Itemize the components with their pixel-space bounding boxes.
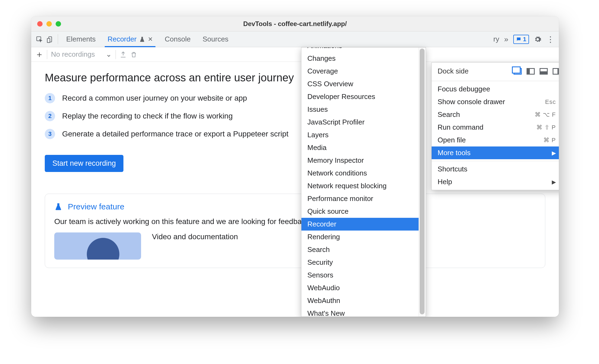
- devtools-toolbar: Elements Recorder ✕ Console Sources ry »…: [31, 31, 559, 47]
- menu-separator: [432, 81, 559, 81]
- menu-label: Shortcuts: [438, 165, 467, 173]
- menu-run-command[interactable]: Run command⌘ ⇧ P: [432, 121, 559, 134]
- menu-help[interactable]: Help▶: [432, 175, 559, 188]
- more-tools-item[interactable]: CSS Overview: [301, 78, 426, 90]
- dock-side-row: Dock side: [432, 63, 559, 79]
- more-tools-item[interactable]: Coverage: [301, 65, 426, 78]
- more-tabs-icon[interactable]: »: [504, 35, 508, 44]
- more-tools-item[interactable]: JavaScript Profiler: [301, 116, 426, 129]
- menu-label: Help: [438, 178, 452, 186]
- menu-label: Open file: [438, 136, 466, 144]
- more-tools-item[interactable]: Sensors: [301, 269, 426, 282]
- separator: [116, 50, 116, 59]
- device-toggle-icon[interactable]: [45, 31, 56, 47]
- menu-shortcuts[interactable]: Shortcuts: [432, 163, 559, 175]
- menu-show-console-drawer[interactable]: Show console drawerEsc: [432, 95, 559, 108]
- tab-elements[interactable]: Elements: [60, 31, 101, 47]
- tab-label: Sources: [203, 35, 228, 43]
- devtools-window: DevTools - coffee-cart.netlify.app/ Elem…: [31, 16, 559, 317]
- recordings-dropdown[interactable]: No recordings ⌄: [51, 50, 112, 59]
- menu-label: Developer Resources: [307, 92, 375, 101]
- menu-focus-debuggee[interactable]: Focus debuggee: [432, 83, 559, 95]
- main-menu: Dock side Focus debuggee Show console dr…: [431, 62, 559, 190]
- toolbar-right: ry » 1 ⋮: [493, 31, 559, 47]
- step-text: Record a common user journey on your web…: [62, 94, 247, 103]
- export-icon[interactable]: [120, 51, 127, 58]
- more-tools-item[interactable]: Performance monitor: [301, 192, 426, 205]
- more-tools-item[interactable]: Developer Resources: [301, 90, 426, 103]
- menu-label: Sensors: [307, 271, 333, 279]
- close-tab-icon[interactable]: ✕: [148, 36, 153, 43]
- submenu-arrow-icon: ▶: [552, 150, 556, 156]
- tab-sources[interactable]: Sources: [197, 31, 234, 47]
- delete-icon[interactable]: [130, 51, 137, 58]
- submenu-scrollbar-thumb[interactable]: [420, 49, 425, 314]
- zoom-window-button[interactable]: [56, 21, 61, 27]
- more-tools-item[interactable]: What's New: [301, 307, 426, 317]
- minimize-window-button[interactable]: [46, 21, 52, 27]
- dock-right-icon[interactable]: [553, 68, 559, 75]
- new-recording-icon[interactable]: ＋: [35, 49, 43, 60]
- titlebar: DevTools - coffee-cart.netlify.app/: [31, 16, 559, 31]
- more-tools-item[interactable]: Memory Inspector: [301, 154, 426, 167]
- tab-label: Elements: [66, 35, 95, 43]
- menu-open-file[interactable]: Open file⌘ P: [432, 134, 559, 146]
- svg-rect-2: [47, 38, 50, 42]
- more-tools-item[interactable]: Changes: [301, 52, 426, 65]
- settings-icon[interactable]: [534, 36, 541, 43]
- menu-label: CSS Overview: [307, 80, 353, 88]
- menu-label: Coverage: [307, 67, 338, 75]
- dock-bottom-icon[interactable]: [540, 68, 548, 75]
- more-tools-item[interactable]: Security: [301, 256, 426, 269]
- menu-label: Search: [438, 110, 460, 119]
- more-tools-submenu: AnimationsChangesCoverageCSS OverviewDev…: [301, 47, 426, 317]
- menu-more-tools[interactable]: More tools▶: [432, 146, 559, 159]
- preview-feature-card: Preview feature Our team is actively wor…: [45, 194, 545, 268]
- start-recording-button[interactable]: Start new recording: [45, 155, 123, 172]
- more-tools-item[interactable]: Recorder: [301, 218, 426, 231]
- tab-overflow-fragment: ry: [493, 35, 499, 43]
- menu-label: More tools: [438, 149, 470, 157]
- dock-undock-icon[interactable]: [514, 68, 522, 75]
- more-tools-item[interactable]: WebAuthn: [301, 294, 426, 307]
- menu-label: JavaScript Profiler: [307, 118, 365, 126]
- flask-icon: [54, 202, 62, 211]
- menu-label: What's New: [307, 309, 345, 317]
- video-thumbnail[interactable]: [54, 232, 141, 260]
- more-tools-item[interactable]: Layers: [301, 129, 426, 141]
- menu-label: Search: [307, 245, 330, 254]
- submenu-scrollbar-track: [419, 47, 426, 317]
- menu-label: Animations: [307, 47, 342, 50]
- tab-recorder[interactable]: Recorder ✕: [101, 31, 159, 47]
- inspect-element-icon[interactable]: [34, 31, 45, 47]
- menu-shortcut: Esc: [545, 98, 556, 106]
- menu-label: Media: [307, 143, 327, 152]
- step-number: 2: [45, 111, 55, 121]
- menu-label: WebAudio: [307, 284, 340, 292]
- more-tools-item[interactable]: Network request blocking: [301, 180, 426, 192]
- more-tools-item[interactable]: Search: [301, 243, 426, 256]
- tab-console[interactable]: Console: [159, 31, 196, 47]
- more-tools-item[interactable]: Network conditions: [301, 167, 426, 180]
- menu-shortcut: ⌘ ⇧ P: [536, 124, 556, 131]
- close-window-button[interactable]: [37, 21, 43, 27]
- dock-side-label: Dock side: [438, 67, 469, 75]
- tab-label: Console: [165, 35, 190, 43]
- dock-left-icon[interactable]: [527, 68, 535, 75]
- more-tools-item[interactable]: Quick source: [301, 205, 426, 218]
- more-tools-item[interactable]: WebAudio: [301, 282, 426, 294]
- more-tools-item[interactable]: Media: [301, 141, 426, 154]
- panel-tabs: Elements Recorder ✕ Console Sources: [60, 31, 234, 47]
- kebab-menu-icon[interactable]: ⋮: [546, 34, 554, 44]
- separator: [58, 34, 58, 44]
- more-tools-item[interactable]: Rendering: [301, 231, 426, 243]
- flask-icon: [139, 36, 145, 43]
- issues-badge[interactable]: 1: [513, 35, 529, 44]
- more-tools-item[interactable]: Issues: [301, 103, 426, 116]
- menu-search[interactable]: Search⌘ ⌥ F: [432, 108, 559, 121]
- menu-label: Network request blocking: [307, 182, 387, 190]
- more-tools-item[interactable]: Animations: [301, 47, 426, 52]
- step-text: Replay the recording to check if the flo…: [62, 112, 233, 120]
- dropdown-placeholder: No recordings: [51, 50, 95, 59]
- menu-shortcut: ⌘ ⌥ F: [535, 111, 556, 118]
